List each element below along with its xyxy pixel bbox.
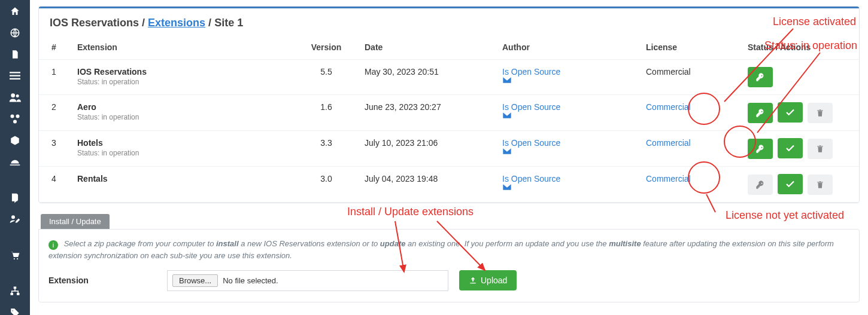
status-check-button[interactable]: [778, 138, 803, 158]
license-key-button[interactable]: [748, 175, 773, 195]
license-link[interactable]: Commercial: [646, 174, 691, 184]
row-license: Commercial: [638, 60, 739, 95]
svg-point-7: [16, 115, 20, 118]
service-icon[interactable]: [8, 155, 22, 169]
extensions-card: IOS Reservations / Extensions / Site 1 #…: [38, 6, 860, 203]
browse-button[interactable]: Browse...: [172, 274, 218, 287]
svg-point-4: [11, 93, 15, 97]
row-date: July 10, 2023 21:06: [356, 131, 494, 167]
delete-button[interactable]: [808, 103, 833, 123]
row-number: 2: [39, 95, 69, 131]
file-input[interactable]: Browse... No file selected.: [167, 270, 448, 291]
author-link[interactable]: Is Open Source: [502, 138, 560, 148]
license-key-button[interactable]: [748, 103, 773, 123]
svg-rect-3: [10, 78, 20, 79]
table-row: 2 Aero Status: in operation 1.6 June 23,…: [39, 95, 859, 131]
delete-button[interactable]: [808, 175, 833, 195]
sitemap-icon[interactable]: [8, 285, 22, 298]
svg-rect-12: [17, 293, 20, 295]
author-link[interactable]: Is Open Source: [502, 67, 560, 77]
document-icon[interactable]: [8, 48, 22, 61]
svg-rect-11: [11, 293, 14, 295]
breadcrumb-root: IOS Reservations: [50, 17, 139, 29]
menu-icon[interactable]: [8, 69, 22, 82]
install-panel-title: Install / Update: [41, 214, 110, 229]
row-extension: Rentals: [69, 167, 296, 203]
col-license: License: [638, 35, 739, 60]
package-icon[interactable]: [8, 134, 22, 147]
row-number: 1: [39, 60, 69, 95]
row-author: Is Open Source: [494, 131, 638, 167]
table-row: 4 Rentals 3.0 July 04, 2023 19:48 Is Ope…: [39, 167, 859, 203]
col-version: Version: [296, 35, 356, 60]
row-number: 4: [39, 167, 69, 203]
extensions-table: # Extension Version Date Author License …: [39, 35, 859, 203]
row-extension: Aero Status: in operation: [69, 95, 296, 131]
row-version: 1.6: [296, 95, 356, 131]
author-link[interactable]: Is Open Source: [502, 174, 560, 184]
breadcrumb-link[interactable]: Extensions: [148, 17, 205, 29]
license-link[interactable]: Commercial: [646, 138, 691, 148]
svg-point-8: [13, 120, 17, 124]
upload-row: Extension Browse... No file selected. Up…: [48, 270, 849, 291]
file-status: No file selected.: [223, 276, 278, 285]
upload-icon: [469, 276, 477, 285]
mail-icon[interactable]: [502, 148, 629, 155]
row-license: Commercial: [638, 167, 739, 203]
svg-rect-10: [14, 287, 17, 289]
extension-status: Status: in operation: [77, 78, 139, 86]
row-extension: IOS Reservations Status: in operation: [69, 60, 296, 95]
home-icon[interactable]: [8, 5, 22, 18]
row-actions: [739, 60, 859, 95]
breadcrumb-site: Site 1: [214, 17, 243, 29]
row-number: 3: [39, 131, 69, 167]
row-version: 3.0: [296, 167, 356, 203]
blog-icon[interactable]: [8, 191, 22, 204]
mail-icon[interactable]: [502, 112, 629, 119]
row-author: Is Open Source: [494, 167, 638, 203]
row-date: May 30, 2023 20:51: [356, 60, 494, 95]
install-panel: Install / Update i Select a zip package …: [38, 214, 860, 302]
col-actions: Status / Actions: [739, 35, 859, 60]
row-date: July 04, 2023 19:48: [356, 167, 494, 203]
col-extension: Extension: [69, 35, 296, 60]
extension-name: Aero: [77, 102, 288, 112]
row-version: 3.3: [296, 131, 356, 167]
col-author: Author: [494, 35, 638, 60]
status-check-button[interactable]: [778, 174, 803, 194]
license-link[interactable]: Commercial: [646, 102, 691, 112]
license-key-button[interactable]: [748, 139, 773, 159]
user-edit-icon[interactable]: [8, 213, 22, 226]
extension-name: IOS Reservations: [77, 67, 288, 77]
main-content: IOS Reservations / Extensions / Site 1 #…: [30, 0, 868, 315]
row-author: Is Open Source: [494, 95, 638, 131]
svg-point-9: [11, 215, 15, 219]
table-row: 1 IOS Reservations Status: in operation …: [39, 60, 859, 95]
extension-status: Status: in operation: [77, 113, 139, 121]
upload-button[interactable]: Upload: [459, 270, 517, 290]
globe-icon[interactable]: [8, 26, 22, 39]
users-icon[interactable]: [8, 91, 22, 104]
tags-icon[interactable]: [8, 306, 22, 315]
svg-rect-2: [10, 75, 20, 77]
mail-icon[interactable]: [502, 184, 629, 191]
status-check-button[interactable]: [778, 102, 803, 123]
sidebar: [0, 0, 30, 315]
svg-rect-1: [10, 72, 20, 73]
row-actions: [739, 131, 859, 167]
row-date: June 23, 2023 20:27: [356, 95, 494, 131]
info-icon: i: [48, 240, 58, 250]
author-link[interactable]: Is Open Source: [502, 102, 560, 112]
row-actions: [739, 167, 859, 203]
modules-icon[interactable]: [8, 112, 22, 126]
license-key-button[interactable]: [748, 67, 773, 87]
mail-icon[interactable]: [502, 77, 629, 84]
row-license: Commercial: [638, 95, 739, 131]
extension-status: Status: in operation: [77, 149, 139, 157]
row-author: Is Open Source: [494, 60, 638, 95]
delete-button[interactable]: [808, 139, 833, 159]
cart-icon[interactable]: [8, 249, 22, 262]
col-num: #: [39, 35, 69, 60]
svg-point-6: [11, 115, 14, 118]
row-license: Commercial: [638, 131, 739, 167]
